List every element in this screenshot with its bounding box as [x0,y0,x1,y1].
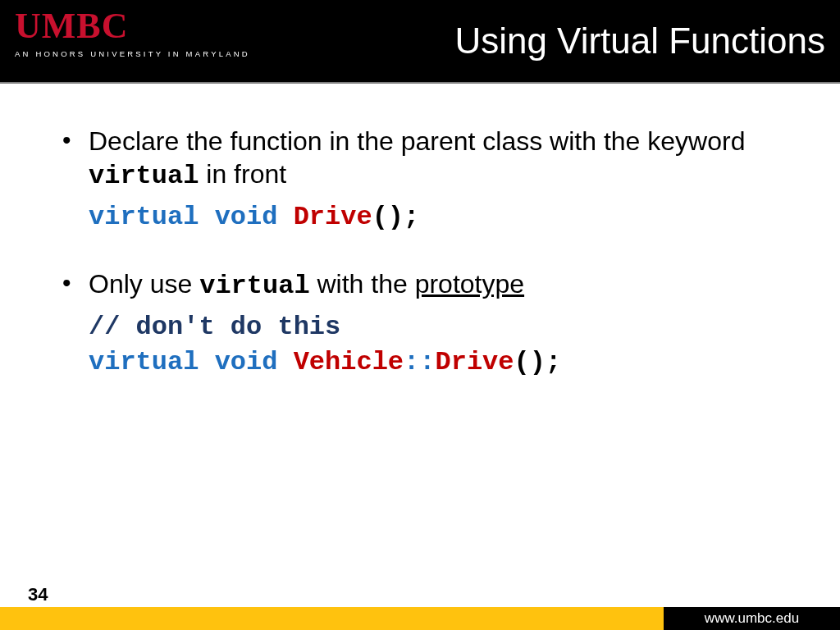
bullet2-underline: prototype [415,269,524,299]
slide-number: 34 [28,584,48,605]
bullet1-keyword: virtual [89,161,199,191]
code-block-1: virtual void Drive(); [89,199,791,235]
code1-kw-virtual: virtual [89,202,199,232]
bullet-list: Declare the function in the parent class… [57,125,791,193]
footer-url: www.umbc.edu [705,610,799,627]
slide-title: Using Virtual Functions [454,21,825,62]
footer-url-box: www.umbc.edu [664,607,840,630]
code2-class: Vehicle [294,347,404,377]
code2-kw-virtual: virtual [89,347,199,377]
bullet-item-2: Only use virtual with the prototype [57,267,791,303]
slide-body: Declare the function in the parent class… [0,84,840,630]
bullet2-text-mid: with the [310,269,415,299]
code-block-2: // don't do this virtual void Vehicle::D… [89,309,791,380]
code1-fn: Drive [294,202,372,232]
bullet-item-1: Declare the function in the parent class… [57,125,791,193]
code2-comment-line: // don't do this [89,309,791,345]
code2-scope: :: [404,347,435,377]
slide-footer: www.umbc.edu [0,605,840,630]
bullet-list-2: Only use virtual with the prototype [57,267,791,303]
logo-block: UMBC AN HONORS UNIVERSITY IN MARYLAND [15,8,250,58]
code2-line: virtual void Vehicle::Drive(); [89,345,791,380]
bullet2-keyword: virtual [199,271,309,301]
slide: UMBC AN HONORS UNIVERSITY IN MARYLAND Us… [0,0,840,630]
bullet1-text-pre: Declare the function in the parent class… [89,126,745,156]
slide-header: UMBC AN HONORS UNIVERSITY IN MARYLAND Us… [0,0,840,82]
code1-kw-void: void [215,202,278,232]
code1-tail: (); [372,202,420,232]
logo-main: UMBC [15,8,250,44]
logo-tagline: AN HONORS UNIVERSITY IN MARYLAND [15,49,250,58]
bullet2-text-pre: Only use [89,269,199,299]
code2-fn: Drive [435,347,514,377]
code2-comment: // don't do this [89,312,340,342]
code2-tail: (); [514,347,561,377]
bullet1-text-post: in front [199,159,286,189]
code2-kw-void: void [215,347,278,377]
